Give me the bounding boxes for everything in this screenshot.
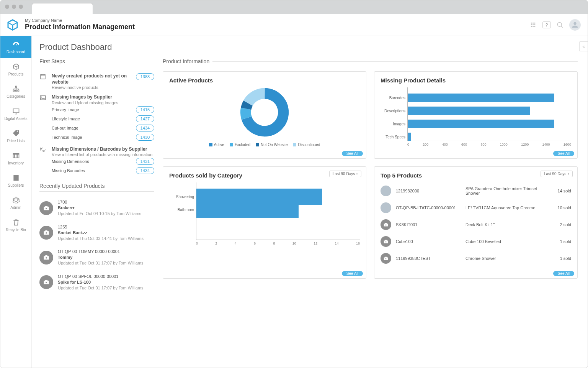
fs-subrow-label: Primary Image [52, 107, 79, 112]
legend-item: Not On Website [256, 143, 287, 147]
sidebar-item-products[interactable]: Products [0, 58, 31, 80]
first-step-new-products[interactable]: Newly created products not yet on websit… [39, 71, 154, 92]
axis-tick: 16 [356, 242, 360, 245]
range-select[interactable]: Last 90 Days [541, 171, 573, 177]
product-thumb [381, 186, 391, 196]
fs-subrow[interactable]: Primary Image1415 [52, 105, 154, 114]
user-avatar[interactable] [569, 19, 581, 31]
apps-grid-icon[interactable] [530, 22, 536, 28]
axis-tick: 1600 [564, 143, 571, 146]
fs-subrow[interactable]: Technical Image1430 [52, 133, 154, 142]
sidebar-item-suppliers[interactable]: Suppliers [0, 169, 31, 192]
axis-tick: 400 [442, 143, 448, 146]
product-name: LE! TVR1CM Aquaverve Tap Chrome [466, 205, 546, 210]
svg-rect-7 [532, 26, 534, 27]
sidebar-item-dashboard[interactable]: Dashboard [0, 36, 31, 58]
company-name: My Company Name [25, 18, 135, 23]
recent-product-item[interactable]: OT-QP-00-TOMMY-00000-00001TommyUpdated a… [39, 245, 154, 270]
recent-product-item[interactable]: 1255Socket BackzzUpdated at Thu Oct 03 1… [39, 220, 154, 245]
window-close-dot[interactable] [5, 5, 9, 9]
axis-tick: 1400 [542, 143, 550, 146]
window-max-dot[interactable] [19, 5, 23, 9]
calendar-icon [39, 73, 48, 90]
card-title: Active Products [169, 77, 360, 84]
fs-subrow[interactable]: Missing Barcodes1434 [52, 166, 154, 175]
chart-legend: ActiveExcludedNot On WebsiteDiscontinued [209, 143, 320, 147]
axis-tick: 12 [314, 242, 317, 245]
count-badge[interactable]: 1434 [136, 125, 154, 131]
axis-tick: 6 [254, 242, 256, 245]
image-icon [39, 94, 48, 142]
axis-tick: 1200 [521, 143, 529, 146]
recent-product-item[interactable]: OT-QP-00-SPFOL-00000-00001Spike for LS-1… [39, 270, 154, 295]
search-icon[interactable] [557, 22, 563, 28]
fs-subrow[interactable]: Cut-out Image1434 [52, 123, 154, 133]
sidebar-item-recycle-bin[interactable]: Recycle Bin [0, 214, 31, 236]
sidebar-item-label: Recycle Bin [6, 228, 26, 232]
svg-rect-3 [531, 24, 532, 25]
sidebar-item-price-lists[interactable]: Price Lists [0, 125, 31, 147]
legend-item: Excluded [230, 143, 250, 147]
fs-subrow-label: Technical Image [52, 135, 82, 140]
count-badge[interactable]: 1415 [136, 106, 154, 113]
fs-subtitle: Review and Upload missing images [52, 100, 154, 105]
count-badge[interactable]: 1430 [136, 134, 154, 141]
range-select[interactable]: Last 90 Days [329, 171, 361, 177]
fs-subrow[interactable]: Lifestyle Image1427 [52, 114, 154, 123]
bar-label: Images [379, 122, 405, 126]
see-all-button[interactable]: See All [553, 271, 574, 276]
svg-point-11 [46, 232, 47, 234]
axis-tick: 14 [335, 242, 339, 245]
count-badge[interactable]: 1434 [136, 167, 154, 174]
svg-point-18 [253, 100, 276, 124]
sidebar-item-admin[interactable]: Admin [0, 192, 31, 214]
card-missing-details: Missing Product Details BarcodesDescript… [374, 71, 578, 159]
product-code: OT-QP-00-SPFOL-00000-00001 [58, 274, 144, 279]
count-badge[interactable]: 1427 [136, 115, 154, 122]
product-name: Chrome Shower [466, 256, 546, 261]
count-badge[interactable]: 1431 [136, 158, 154, 165]
sidebar-item-label: Categories [7, 94, 25, 99]
bar [408, 120, 554, 128]
product-name: SPA Grandera One hole mixer Trimset Show… [466, 186, 546, 196]
sidebar-item-label: Price Lists [7, 139, 24, 143]
top5-row[interactable]: OT-QP-BB-LTATC-00000-00001LE! TVR1CM Aqu… [381, 199, 571, 216]
svg-rect-6 [531, 26, 532, 27]
bar [196, 202, 299, 218]
see-all-button[interactable]: See All [553, 151, 574, 156]
see-all-button[interactable]: See All [342, 271, 363, 276]
page-title: Product Dashboard [39, 42, 578, 52]
top5-row[interactable]: SK8KIT001Deck Bolt Kit 1"2 sold [381, 216, 571, 233]
recent-product-item[interactable]: 1700BrakerrrUpdated at Fri Oct 04 10:15 … [39, 196, 154, 220]
fs-subtitle: Review inactive products [52, 85, 132, 90]
top5-row[interactable]: 111999383CTESTChrome Shower1 sold [381, 250, 571, 267]
product-meta: Updated at Fri Oct 04 10:15 by Tom Willi… [58, 211, 141, 217]
sidebar-item-digital-assets[interactable]: Digital Assets [0, 103, 31, 125]
window-min-dot[interactable] [12, 5, 16, 9]
sidebar-item-label: Inventory [8, 161, 24, 165]
svg-rect-4 [532, 24, 534, 25]
svg-rect-8 [534, 26, 536, 27]
fs-title: Newly created products not yet on websit… [52, 73, 132, 85]
see-all-button[interactable]: See All [342, 151, 363, 156]
count-badge[interactable]: 1388 [136, 73, 154, 80]
barcode-icon [39, 146, 48, 176]
axis-tick: 10 [292, 242, 296, 245]
top5-row[interactable]: Cube100Cube 100 Bevelled1 sold [381, 233, 571, 250]
product-sku: 1219932000 [396, 189, 461, 193]
product-name: Tommy [58, 255, 144, 260]
collapse-panel-button[interactable]: « [579, 41, 588, 51]
first-steps-heading: First Steps [39, 58, 154, 64]
top5-row[interactable]: 1219932000SPA Grandera One hole mixer Tr… [381, 182, 571, 199]
fs-subrow[interactable]: Missing Dimensions1431 [52, 157, 154, 166]
product-name: Spike for LS-100 [58, 279, 144, 285]
browser-tab[interactable] [32, 3, 93, 14]
camera-icon [381, 253, 391, 264]
sidebar-item-categories[interactable]: Categories [0, 80, 31, 103]
camera-icon [39, 201, 53, 215]
sidebar-item-inventory[interactable]: Inventory [0, 147, 31, 169]
product-name: Brakerrr [58, 205, 141, 211]
fs-subtitle: View a filtered list of products with mi… [52, 152, 154, 157]
product-sku: SK8KIT001 [396, 222, 461, 227]
help-button[interactable]: ? [542, 21, 551, 28]
